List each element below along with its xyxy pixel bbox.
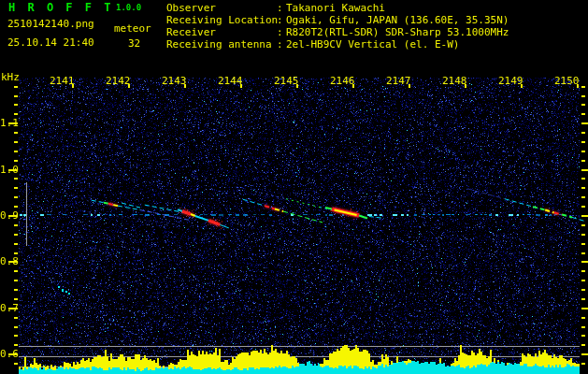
datetime-label: 25.10.14 21:40 [7, 37, 94, 48]
freq-tick-label: 0.7 [0, 303, 12, 313]
mode-label: meteor [114, 23, 151, 34]
receiver-info-block: Observer:Takanori KawachiReceiving Locat… [166, 3, 509, 51]
time-tick-label: 2144 [218, 76, 242, 86]
info-value: Takanori Kawachi [286, 2, 385, 14]
time-tick-label: 2150 [554, 76, 579, 86]
info-value: Ogaki, Gifu, JAPAN (136.60E, 35.35N) [286, 14, 509, 26]
time-tick-label: 2141 [50, 76, 74, 86]
info-separator: : [277, 27, 286, 37]
freq-tick-label: 0.8 [0, 256, 12, 266]
info-value: 2el-HB9CV Vertical (el. E-W) [286, 38, 459, 50]
time-tick-label: 2146 [330, 76, 354, 86]
spectrogram-canvas [0, 0, 588, 374]
info-value: R820T2(RTL-SDR) SDR-Sharp 53.1000MHz [286, 26, 509, 38]
info-separator: : [277, 15, 286, 25]
freq-axis-unit: kHz [1, 72, 20, 82]
freq-tick-label: 0.6 [0, 349, 12, 359]
freq-tick-label: 0.9 [0, 210, 12, 221]
app-title: H R O F F T [8, 2, 113, 13]
info-label: Receiving antenna [166, 39, 277, 50]
filename: 2510142140.png [7, 19, 94, 29]
info-separator: : [277, 39, 286, 50]
time-tick-label: 2143 [162, 76, 186, 86]
time-tick-label: 2145 [274, 76, 298, 86]
time-tick-label: 2149 [498, 76, 523, 86]
time-tick-label: 2147 [386, 76, 410, 86]
meteor-count: 32 [128, 38, 140, 49]
freq-tick-label: 1.0 [0, 165, 12, 175]
info-label: Receiving Location [166, 15, 277, 25]
freq-tick-label: 1.1 [0, 118, 12, 128]
info-separator: : [277, 3, 286, 13]
info-label: Observer [166, 3, 277, 13]
info-row: Receiving antenna:2el-HB9CV Vertical (el… [166, 39, 509, 51]
app-version: 1.0.0 [116, 4, 141, 12]
hrofft-output-window: H R O F F T 1.0.0 2510142140.png meteor … [0, 0, 588, 374]
time-tick-label: 2148 [442, 76, 466, 86]
time-tick-label: 2142 [106, 76, 130, 86]
info-label: Receiver [166, 27, 277, 37]
